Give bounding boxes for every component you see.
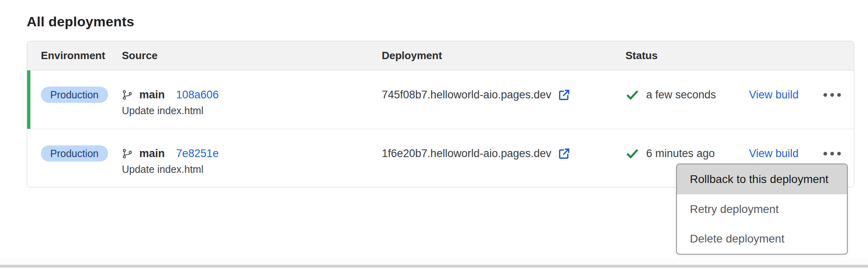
source-cell: main 7e8251e Update index.html bbox=[122, 129, 382, 187]
more-actions-button[interactable] bbox=[823, 87, 841, 103]
branch-name: main bbox=[139, 89, 165, 101]
view-build-link[interactable]: View build bbox=[749, 87, 799, 103]
ellipsis-icon bbox=[823, 152, 827, 155]
environment-cell: Production bbox=[27, 70, 122, 129]
deployment-url-link[interactable]: 745f08b7.helloworld-aio.pages.dev bbox=[382, 87, 570, 103]
external-link-icon bbox=[558, 89, 570, 101]
status-group: a few seconds bbox=[625, 87, 749, 103]
status-cell: a few seconds View build bbox=[625, 70, 854, 129]
environment-badge: Production bbox=[41, 145, 108, 162]
commit-message: Update index.html bbox=[122, 103, 382, 118]
success-check-icon bbox=[625, 147, 639, 160]
deployment-actions-menu: Rollback to this deployment Retry deploy… bbox=[676, 164, 848, 255]
menu-item-retry[interactable]: Retry deployment bbox=[677, 194, 847, 224]
git-branch-icon bbox=[122, 148, 133, 159]
deployment-url-link[interactable]: 1f6e20b7.helloworld-aio.pages.dev bbox=[382, 145, 570, 162]
more-actions-button[interactable] bbox=[823, 145, 841, 162]
source-cell: main 108a606 Update index.html bbox=[122, 70, 382, 129]
commit-link[interactable]: 108a606 bbox=[176, 89, 219, 101]
current-deployment-indicator-bar bbox=[27, 70, 30, 129]
commit-link[interactable]: 7e8251e bbox=[176, 147, 219, 160]
source-line: main 7e8251e bbox=[122, 145, 382, 162]
source-line: main 108a606 bbox=[122, 87, 382, 103]
ellipsis-icon bbox=[823, 93, 827, 97]
environment-badge: Production bbox=[41, 87, 108, 103]
view-build-link[interactable]: View build bbox=[749, 145, 799, 162]
status-group: 6 minutes ago bbox=[625, 145, 749, 162]
success-check-icon bbox=[625, 89, 639, 101]
external-link-icon bbox=[558, 147, 570, 160]
column-header-source: Source bbox=[122, 49, 382, 62]
status-time: a few seconds bbox=[646, 89, 716, 101]
deployment-cell: 745f08b7.helloworld-aio.pages.dev bbox=[382, 70, 625, 129]
menu-item-delete[interactable]: Delete deployment bbox=[677, 224, 847, 254]
deployment-url: 1f6e20b7.helloworld-aio.pages.dev bbox=[382, 147, 551, 160]
git-branch-icon bbox=[122, 89, 133, 100]
deployments-page: All deployments Environment Source Deplo… bbox=[0, 0, 868, 268]
page-title: All deployments bbox=[27, 14, 134, 30]
page-bottom-band bbox=[0, 258, 868, 265]
deployment-cell: 1f6e20b7.helloworld-aio.pages.dev bbox=[382, 129, 625, 187]
menu-item-rollback[interactable]: Rollback to this deployment bbox=[677, 164, 847, 194]
environment-cell: Production bbox=[27, 129, 122, 187]
commit-message: Update index.html bbox=[122, 162, 382, 177]
table-header-row: Environment Source Deployment Status bbox=[27, 41, 854, 70]
column-header-deployment: Deployment bbox=[382, 49, 625, 62]
column-header-environment: Environment bbox=[27, 49, 122, 62]
table-row-deployment-latest: Production main 108a606 bbox=[27, 70, 854, 129]
column-header-status: Status bbox=[625, 49, 854, 62]
deployment-url: 745f08b7.helloworld-aio.pages.dev bbox=[382, 89, 551, 101]
status-time: 6 minutes ago bbox=[646, 147, 715, 160]
branch-name: main bbox=[139, 147, 165, 160]
